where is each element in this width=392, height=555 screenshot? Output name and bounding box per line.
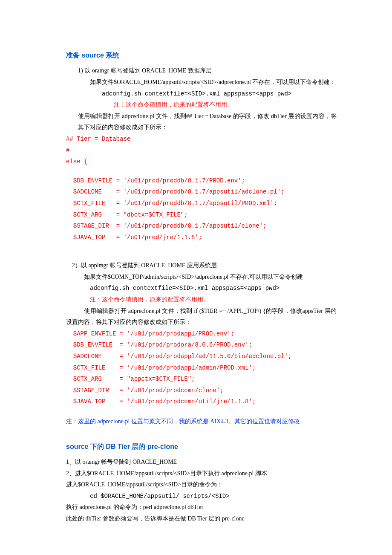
step2-instr: 使用编辑器打开 adpreclone.pl 文件，找到 if ($TIER =~… (66, 306, 337, 328)
s2-l4: cd $ORACLE_HOME/appsutil/ scripts/<SID> (66, 491, 337, 502)
step2-cmd: adconfig.sh contextfile=<SID>.xml appspa… (66, 283, 337, 294)
code2-f: $STAGE_DIR = '/u01/prod/prodcomn/clone'; (66, 385, 337, 396)
section2-heading: source 下的 DB Tier 层的 pre-clone (66, 440, 337, 453)
code1-e: $ADCLONE = '/u01/prod/proddb/8.1.7/appsu… (66, 186, 337, 198)
step2-note: 注：这个命令请慎用，原来的配置将不用用。 (66, 294, 337, 306)
code2-b: $DB_ENVFILE = '/u01/prod/prodora/8.0.6/P… (66, 339, 337, 351)
code2-e: $CTX_ARG = "appctx=$CTX_FILE"; (66, 373, 337, 385)
step1-note: 注：这个命令请慎用，原来的配置将不用用。 (66, 99, 337, 111)
code1-f: $CTX_FILE = '/u01/prod/proddb/8.1.7/apps… (66, 198, 337, 209)
step2-line: 2）以 applmgr 帐号登陆到 ORACLE_HOME 应用系统层 (66, 260, 337, 272)
code2-g: $JAVA_TOP = '/u01/prod/prodcomn/util/jre… (66, 396, 337, 408)
code1-i: $JAVA_TOP = '/u01/prod/jre/1.1.8'; (66, 232, 337, 243)
s2-l5: 执行 adpreclone.pl 的命令为：perl adpreclone.pl… (66, 502, 337, 513)
code1-b: # (66, 145, 337, 156)
code1-c: else { (66, 156, 337, 168)
code1-d: $DB_ENVFILE = '/u01/prod/proddb/8.1.7/PR… (66, 175, 337, 187)
document-page: 准备 source 系统 1) 以 oramgr 帐号登陆到 ORACLE_HO… (0, 0, 392, 555)
code2-d: $CTX_FILE = '/u01/prod/prodappl/admin/PR… (66, 362, 337, 374)
s2-l2: 2、进入$ORACLE_HOME/appsutil/scripts/<SID>目… (66, 468, 337, 480)
spacer2 (66, 408, 337, 416)
code2-c: $ADCLONE = '/u01/prod/prodappl/ad/11.5.0… (66, 351, 337, 362)
code1-h: $STAGE_DIR = '/u01/prod/proddb/8.1.7/app… (66, 220, 337, 232)
s2-l6: 此处的 dbTier 参数必须要写，告诉脚本是在做 DB Tier 层的 pre… (66, 513, 337, 525)
section1-heading: 准备 source 系统 (66, 49, 337, 62)
s2-l1: 1、以 oramgr 帐号登陆到 ORACLE_HOME (66, 457, 337, 468)
step1-desc-text: 如果文件$ORACLE_HOME/appsutil/scripts/<SID>/… (90, 79, 336, 85)
code2-a: $APP_ENVFILE = '/u01/prod/prodappl/PROD.… (66, 328, 337, 340)
code1-blank (66, 168, 337, 175)
step1-desc: 如果文件$ORACLE_HOME/appsutil/scripts/<SID>/… (66, 77, 337, 88)
s2-l3: 进入$ORACLE_HOME/appsutil/scripts/<SID>目录的… (66, 479, 337, 491)
code1-g: $CTX_ARG = "dbctx=$CTX_FILE"; (66, 209, 337, 221)
code1-a: ## Tier = Database (66, 133, 337, 145)
step1-cmd: adconfig.sh contextfile=<SID>.xml appspa… (66, 88, 337, 100)
step1-line: 1) 以 oramgr 帐号登陆到 ORACLE_HOME 数据库层 (66, 65, 337, 77)
spacer (66, 243, 337, 260)
step2-instr-text: 使用编辑器打开 adpreclone.pl 文件，找到 if ($TIER =~… (66, 308, 337, 326)
step1-instr: 使用编辑器打开 adpreclone.pl 文件，找到## Tier＝Datab… (66, 111, 337, 133)
footnote: 注：这里的 adpreclone.pl 位置与原文不同，我的系统是 AIX4.3… (66, 416, 337, 428)
step2-desc: 如果文件$COMN_TOP/admin/scripts/<SID>/adprec… (66, 272, 337, 283)
